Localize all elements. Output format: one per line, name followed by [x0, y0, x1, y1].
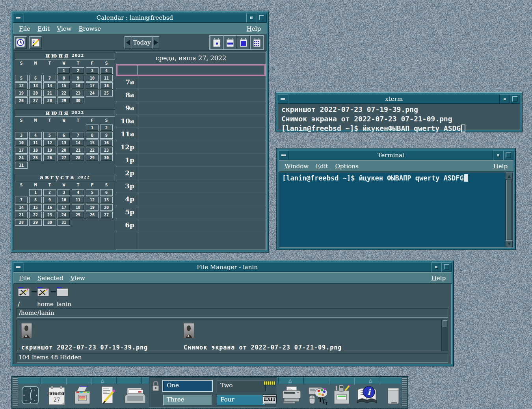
- mini-day-cell[interactable]: 21: [43, 90, 56, 97]
- mini-day-cell[interactable]: 18: [100, 82, 113, 89]
- mini-day-cell[interactable]: 6: [29, 75, 42, 82]
- xterm-titlebar[interactable]: xterm: [278, 94, 520, 104]
- mini-day-cell[interactable]: 15: [58, 82, 70, 89]
- xterm-output[interactable]: скриншот 2022-07-23 07-19-39.pngСнимок э…: [278, 104, 520, 134]
- mini-day-cell[interactable]: 8: [86, 132, 99, 139]
- menu-view[interactable]: View: [67, 274, 89, 283]
- mini-day-cell[interactable]: 1: [29, 189, 42, 196]
- panel-help[interactable]: i: [355, 385, 378, 408]
- panel-mail[interactable]: [123, 385, 145, 408]
- mini-day-cell[interactable]: 22: [29, 212, 42, 218]
- mini-day-cell[interactable]: 2: [43, 189, 56, 196]
- mini-day-cell[interactable]: 16: [72, 82, 84, 89]
- mini-day-cell[interactable]: 21: [15, 212, 28, 218]
- mini-day-cell[interactable]: 10: [15, 139, 28, 146]
- slot-appointment-area[interactable]: [138, 102, 266, 115]
- menu-view[interactable]: View: [53, 24, 75, 33]
- scroll-down-arrow-icon[interactable]: ▼: [506, 240, 513, 247]
- slot-appointment-area[interactable]: [138, 219, 266, 232]
- day-view-selected-slot[interactable]: [116, 64, 266, 76]
- mini-day-cell[interactable]: 17: [86, 82, 99, 89]
- mini-day-cell[interactable]: 4: [72, 189, 84, 196]
- mini-day-cell[interactable]: 29: [29, 219, 42, 226]
- slot-appointment-area[interactable]: [138, 89, 266, 102]
- file-list-scrollbar[interactable]: [441, 320, 448, 351]
- panel-trash[interactable]: [385, 385, 401, 408]
- panel-calendar[interactable]: июля 27: [47, 385, 66, 408]
- mini-day-cell[interactable]: 13: [29, 82, 42, 89]
- day-view-slot[interactable]: 11a: [116, 128, 266, 141]
- maximize-button[interactable]: [441, 262, 452, 272]
- window-menu-button[interactable]: [13, 13, 23, 22]
- mini-day-cell[interactable]: 16: [43, 204, 56, 211]
- workspace-button-one[interactable]: One: [163, 381, 212, 391]
- window-menu-button[interactable]: [13, 262, 23, 272]
- mini-day-cell[interactable]: 14: [72, 139, 84, 146]
- menu-options[interactable]: Options: [331, 162, 362, 171]
- mini-day-cell[interactable]: 2: [72, 67, 84, 74]
- mini-day-cell[interactable]: 26: [15, 97, 28, 104]
- mini-day-cell[interactable]: 5: [43, 132, 56, 139]
- mini-day-cell[interactable]: 1: [58, 67, 70, 74]
- menu-edit[interactable]: Edit: [312, 162, 331, 171]
- mini-day-cell[interactable]: 30: [43, 219, 56, 226]
- mini-day-cell[interactable]: 26: [86, 212, 99, 218]
- slot-appointment-area[interactable]: [138, 180, 266, 193]
- mini-day-cell[interactable]: 30: [72, 97, 84, 104]
- crumb-folder[interactable]: [37, 287, 50, 299]
- maximize-button[interactable]: [503, 151, 513, 160]
- panel-file-manager[interactable]: [73, 385, 93, 408]
- mini-day-cell[interactable]: 5: [86, 189, 99, 196]
- slot-appointment-area[interactable]: [138, 154, 266, 167]
- maximize-button[interactable]: [510, 94, 520, 104]
- mini-day-cell[interactable]: 7: [15, 197, 28, 203]
- mini-day-cell[interactable]: 3: [58, 189, 70, 196]
- menu-file[interactable]: File: [15, 274, 34, 283]
- mini-day-cell[interactable]: 24: [15, 154, 28, 161]
- mini-day-cell[interactable]: 28: [72, 154, 84, 161]
- month-view-button[interactable]: [237, 35, 250, 49]
- mini-day-cell[interactable]: 10: [58, 197, 70, 203]
- mini-day-cell[interactable]: 12: [15, 82, 28, 89]
- menu-help[interactable]: Help: [243, 24, 264, 33]
- mini-day-cell[interactable]: 14: [43, 82, 56, 89]
- file-list[interactable]: скриншот 2022-07-23 07-19-39.png Снимок …: [17, 320, 448, 351]
- mini-day-cell[interactable]: 31: [15, 162, 28, 169]
- mini-day-cell[interactable]: 9: [72, 75, 84, 82]
- exit-button[interactable]: EXIT: [263, 395, 276, 404]
- scroll-up-arrow-icon[interactable]: ▲: [506, 173, 513, 179]
- mini-day-cell[interactable]: 18: [72, 204, 84, 211]
- mini-day-cell[interactable]: 3: [15, 132, 28, 139]
- next-day-button[interactable]: [153, 36, 159, 48]
- slot-appointment-area[interactable]: [138, 193, 266, 206]
- path-field[interactable]: [17, 308, 448, 318]
- minimize-button[interactable]: [493, 151, 503, 160]
- file-item[interactable]: Снимок экрана от 2022-07-23 07-21-09.png: [184, 323, 346, 351]
- mini-day-cell[interactable]: 24: [86, 90, 99, 97]
- slot-appointment-area[interactable]: [138, 141, 266, 154]
- mini-day-cell[interactable]: 2: [100, 125, 113, 131]
- day-view-slot[interactable]: 7a: [116, 76, 266, 89]
- mini-day-cell[interactable]: 19: [15, 90, 28, 97]
- mini-day-cell[interactable]: 1: [86, 125, 99, 131]
- scrollbar-thumb[interactable]: [443, 320, 447, 327]
- window-menu-button[interactable]: [279, 151, 289, 160]
- mini-day-cell[interactable]: 7: [72, 132, 84, 139]
- day-view-button[interactable]: [210, 35, 223, 49]
- subpanel-arrow-icon[interactable]: △: [288, 378, 292, 383]
- mini-day-cell[interactable]: 28: [15, 219, 28, 226]
- day-view-slot[interactable]: 12p: [116, 141, 266, 154]
- mini-day-cell[interactable]: 30: [100, 154, 113, 161]
- menu-selected[interactable]: Selected: [34, 274, 67, 283]
- mini-day-cell[interactable]: 20: [29, 90, 42, 97]
- mini-day-cell[interactable]: 25: [72, 212, 84, 218]
- mini-day-cell[interactable]: 27: [29, 97, 42, 104]
- mini-day-cell[interactable]: 22: [58, 90, 70, 97]
- workspace-button-three[interactable]: Three: [163, 395, 212, 405]
- mini-day-cell[interactable]: 19: [86, 204, 99, 211]
- menu-window[interactable]: Window: [281, 162, 312, 171]
- mini-day-cell[interactable]: 4: [100, 67, 113, 74]
- week-view-button[interactable]: [223, 35, 236, 49]
- day-view-slot[interactable]: 10a: [116, 115, 266, 128]
- maximize-button[interactable]: [257, 13, 267, 22]
